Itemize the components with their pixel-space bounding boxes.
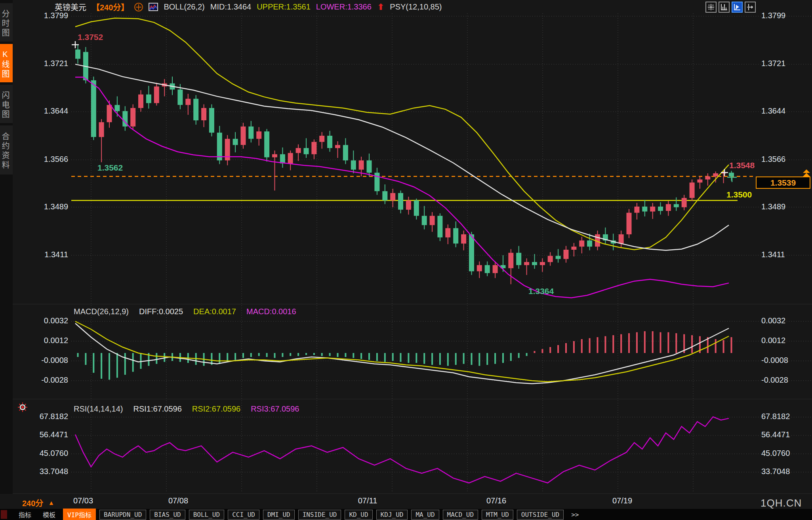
price-annotation: 1.3500 [726, 190, 752, 199]
bottom-period-selector[interactable]: 240分 ▲ [22, 497, 54, 509]
main-axis-label-left: 1.3799 [22, 11, 68, 20]
left-sidebar: 分时图K线图闪电图合约资料 [0, 0, 13, 494]
macd-axis-label-right: -0.0008 [761, 356, 788, 365]
main-axis-label-right: 1.3566 [761, 155, 785, 164]
macd-macd-value: MACD:0.0016 [246, 307, 296, 316]
main-axis-label-right: 1.3644 [761, 107, 785, 116]
price-annotation: 1.3752 [78, 32, 103, 42]
rsi-axis-label-right: 33.7048 [761, 467, 790, 476]
rsi3-value: RSI3:67.0596 [251, 404, 299, 414]
macd-diff-value: DIFF:0.0025 [139, 307, 183, 316]
sidebar-item[interactable]: K线图 [0, 44, 13, 82]
rsi-axis-label-left: 56.4471 [22, 431, 68, 440]
period-label[interactable]: 【240分】 [92, 1, 129, 13]
indicator-chart-icon[interactable] [149, 3, 158, 11]
date-label: 07/16 [486, 496, 506, 505]
circle-plus-icon[interactable] [134, 3, 143, 11]
boll-upper-value: UPPER:1.3561 [257, 2, 311, 11]
sidebar-item[interactable]: 合约资料 [0, 125, 13, 175]
tab-ma_ud[interactable]: MA_UD [411, 510, 439, 520]
boll-label: BOLL(26,2) [164, 2, 204, 11]
main-axis-label-right: 1.3411 [761, 250, 785, 259]
price-annotation: 1.3364 [528, 287, 554, 296]
corner-marker [1, 510, 7, 519]
tab-gtgt[interactable]: >> [567, 510, 583, 519]
chart-canvas[interactable] [0, 0, 812, 520]
chart-toolbar [705, 2, 756, 13]
main-axis-label-right: 1.3799 [761, 11, 785, 20]
macd-axis-label-left: -0.0028 [22, 376, 68, 385]
macd-axis-label-right: -0.0028 [761, 376, 788, 385]
tab-outside_ud[interactable]: OUTSIDE_UD [517, 510, 564, 520]
macd-title: MACD(26,12,9) [74, 307, 129, 316]
boll-lower-value: LOWER:1.3366 [316, 2, 372, 11]
sidebar-item[interactable]: 闪电图 [0, 85, 13, 123]
macd-header: MACD(26,12,9) DIFF:0.0025 DEA:0.0017 MAC… [74, 307, 296, 316]
rsi-title: RSI(14,14,14) [74, 404, 123, 414]
panel-separator [13, 304, 812, 304]
axis-chart-button[interactable] [719, 2, 730, 13]
rsi1-value: RSI1:67.0596 [133, 404, 182, 414]
tab-kdj_ud[interactable]: KDJ_UD [376, 510, 408, 520]
tab-vip指标[interactable]: VIP指标 [63, 509, 96, 520]
rsi-axis-label-left: 67.8182 [22, 412, 68, 421]
bottom-period-label: 240分 [22, 497, 43, 509]
main-axis-label-right: 1.3489 [761, 202, 785, 211]
psy-label: PSY(12,10,85) [390, 2, 442, 11]
tab-模板[interactable]: 模板 [39, 509, 59, 520]
macd-dea-value: DEA:0.0017 [193, 307, 236, 316]
macd-axis-label-left: 0.0012 [22, 336, 68, 345]
rsi2-value: RSI2:67.0596 [192, 404, 240, 414]
alarm-badge-icon[interactable] [17, 402, 28, 412]
date-label: 07/03 [73, 496, 93, 505]
current-price-tag: 1.3539 [756, 176, 810, 189]
rsi-axis-label-right: 67.8182 [761, 412, 790, 421]
triangle-up-icon: ▲ [48, 499, 54, 507]
sidebar-item[interactable]: 分时图 [0, 3, 13, 42]
panel-separator [13, 399, 812, 399]
price-annotation: 1.3562 [97, 163, 123, 173]
tab-bias_ud[interactable]: BIAS_UD [150, 510, 185, 520]
tab-inside_ud[interactable]: INSIDE_UD [298, 510, 341, 520]
rsi-axis-label-right: 56.4471 [761, 431, 790, 440]
watermark: 1QH.CN [761, 497, 802, 509]
up-arrow-icon: ⬆ [377, 2, 384, 12]
macd-axis-label-right: 0.0032 [761, 316, 785, 325]
macd-axis-label-left: -0.0008 [22, 356, 68, 365]
main-axis-label-right: 1.3721 [761, 59, 785, 68]
tab-macd_ud[interactable]: MACD_UD [443, 510, 478, 520]
tab-mtm_ud[interactable]: MTM_UD [482, 510, 513, 520]
rsi-axis-label-right: 45.0760 [761, 449, 790, 458]
indicator-tabbar: 指标模板VIP指标BARUPDN_UDBIAS_UDBOLL_UDCCI_UDD… [0, 509, 812, 520]
date-label: 07/11 [358, 496, 377, 505]
main-axis-label-left: 1.3644 [22, 107, 68, 116]
rsi-axis-label-left: 45.0760 [22, 449, 68, 458]
date-label: 07/19 [612, 496, 632, 505]
tab-barupdn_ud[interactable]: BARUPDN_UD [99, 510, 146, 520]
tab-boll_ud[interactable]: BOLL_UD [189, 510, 224, 520]
axis-play-button[interactable] [732, 2, 743, 13]
rsi-axis-label-left: 33.7048 [22, 467, 68, 476]
price-annotation: 1.3548 [729, 161, 755, 170]
tab-指标[interactable]: 指标 [15, 509, 35, 520]
rsi-header: RSI(14,14,14) RSI1:67.0596 RSI2:67.0596 … [74, 404, 299, 414]
macd-axis-label-left: 0.0032 [22, 316, 68, 325]
main-axis-label-left: 1.3411 [22, 250, 68, 259]
chart-header: 英镑美元 【240分】 BOLL(26,2) MID:1.3464 UPPER:… [55, 1, 442, 13]
tab-kd_ud[interactable]: KD_UD [345, 510, 372, 520]
axis-separator [13, 493, 812, 494]
main-axis-label-left: 1.3721 [22, 59, 68, 68]
main-axis-label-left: 1.3566 [22, 155, 68, 164]
tab-dmi_ud[interactable]: DMI_UD [263, 510, 295, 520]
boll-mid-value: MID:1.3464 [210, 2, 251, 11]
axis-shift-button[interactable] [745, 2, 756, 13]
main-axis-label-left: 1.3489 [22, 202, 68, 211]
pan-crosshair-button[interactable] [705, 2, 717, 13]
macd-axis-label-right: 0.0012 [761, 336, 785, 345]
tab-cci_ud[interactable]: CCI_UD [228, 510, 259, 520]
date-label: 07/08 [168, 496, 188, 505]
